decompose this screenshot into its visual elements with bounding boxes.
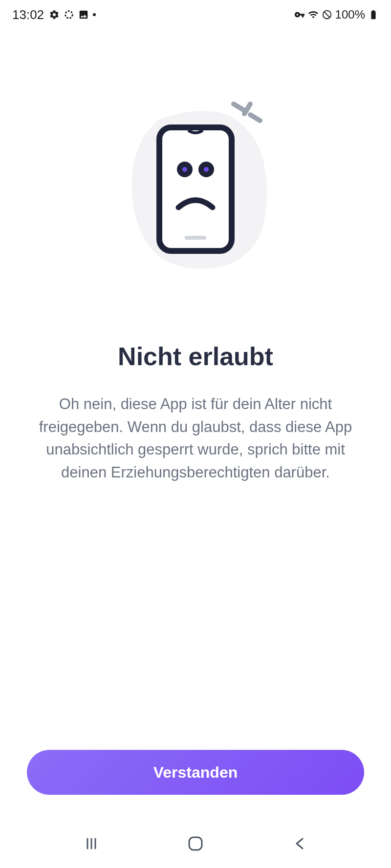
content-area: Nicht erlaubt Oh nein, diese App ist für… bbox=[0, 29, 391, 819]
home-icon bbox=[187, 835, 204, 852]
recent-apps-icon bbox=[84, 836, 99, 851]
svg-line-3 bbox=[234, 104, 243, 110]
svg-line-4 bbox=[250, 115, 260, 121]
status-left: 13:02 bbox=[12, 7, 96, 22]
battery-text: 100% bbox=[335, 8, 365, 21]
status-icons-left bbox=[49, 9, 96, 20]
svg-rect-15 bbox=[189, 837, 202, 850]
sad-phone-illustration bbox=[117, 98, 274, 273]
home-button[interactable] bbox=[181, 829, 210, 858]
svg-point-10 bbox=[204, 167, 209, 172]
key-icon bbox=[294, 9, 305, 20]
x-marks-icon bbox=[230, 100, 264, 129]
recent-apps-button[interactable] bbox=[77, 829, 106, 858]
status-right: 100% bbox=[294, 8, 379, 21]
svg-rect-11 bbox=[185, 236, 206, 240]
no-sim-icon bbox=[322, 9, 332, 20]
svg-point-0 bbox=[65, 11, 73, 19]
page-title: Nicht erlaubt bbox=[118, 342, 273, 371]
understood-button[interactable]: Verstanden bbox=[27, 750, 364, 795]
status-time: 13:02 bbox=[12, 7, 44, 22]
wifi-icon bbox=[308, 9, 319, 20]
status-bar: 13:02 100% bbox=[0, 0, 391, 29]
svg-line-5 bbox=[244, 104, 250, 114]
svg-rect-6 bbox=[159, 127, 232, 251]
sad-phone-icon bbox=[156, 124, 235, 254]
nav-bar bbox=[0, 819, 391, 868]
battery-icon bbox=[368, 9, 379, 20]
svg-line-2 bbox=[324, 12, 330, 18]
back-button[interactable] bbox=[285, 829, 314, 858]
svg-point-8 bbox=[182, 167, 187, 172]
circle-icon bbox=[64, 9, 74, 20]
dot-icon bbox=[93, 13, 96, 16]
image-icon bbox=[78, 9, 89, 20]
page-description: Oh nein, diese App ist für dein Alter ni… bbox=[29, 393, 362, 484]
settings-icon bbox=[49, 9, 60, 20]
back-icon bbox=[293, 837, 306, 850]
